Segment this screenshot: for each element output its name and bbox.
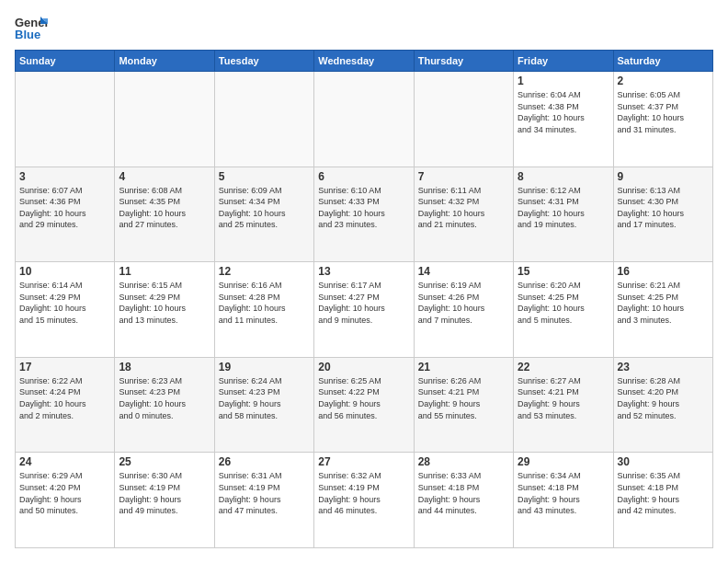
day-number: 2: [618, 75, 709, 87]
day-number: 9: [618, 170, 709, 183]
calendar-cell: [16, 72, 115, 167]
calendar-cell: 9Sunrise: 6:13 AM Sunset: 4:30 PM Daylig…: [613, 167, 712, 262]
day-number: 28: [418, 455, 509, 468]
col-monday: Monday: [115, 51, 214, 72]
day-info: Sunrise: 6:27 AM Sunset: 4:21 PM Dayligh…: [518, 375, 609, 421]
logo: General Blue: [15, 15, 51, 40]
calendar-cell: 3Sunrise: 6:07 AM Sunset: 4:36 PM Daylig…: [16, 167, 115, 262]
col-tuesday: Tuesday: [214, 51, 313, 72]
day-number: 19: [219, 361, 310, 373]
day-info: Sunrise: 6:12 AM Sunset: 4:31 PM Dayligh…: [518, 185, 609, 231]
calendar-week-row: 10Sunrise: 6:14 AM Sunset: 4:29 PM Dayli…: [16, 262, 713, 358]
day-info: Sunrise: 6:19 AM Sunset: 4:26 PM Dayligh…: [418, 280, 509, 326]
day-info: Sunrise: 6:20 AM Sunset: 4:25 PM Dayligh…: [518, 280, 609, 326]
day-info: Sunrise: 6:25 AM Sunset: 4:22 PM Dayligh…: [318, 375, 409, 421]
day-info: Sunrise: 6:09 AM Sunset: 4:34 PM Dayligh…: [219, 185, 310, 231]
day-info: Sunrise: 6:34 AM Sunset: 4:18 PM Dayligh…: [518, 470, 609, 516]
calendar-cell: 26Sunrise: 6:31 AM Sunset: 4:19 PM Dayli…: [214, 453, 313, 548]
day-info: Sunrise: 6:14 AM Sunset: 4:29 PM Dayligh…: [19, 280, 110, 326]
day-info: Sunrise: 6:29 AM Sunset: 4:20 PM Dayligh…: [19, 470, 110, 516]
col-thursday: Thursday: [414, 51, 513, 72]
calendar-cell: 10Sunrise: 6:14 AM Sunset: 4:29 PM Dayli…: [16, 262, 115, 358]
day-info: Sunrise: 6:08 AM Sunset: 4:35 PM Dayligh…: [119, 185, 210, 231]
calendar-cell: 13Sunrise: 6:17 AM Sunset: 4:27 PM Dayli…: [314, 262, 414, 358]
day-number: 6: [318, 170, 409, 183]
day-info: Sunrise: 6:22 AM Sunset: 4:24 PM Dayligh…: [19, 375, 110, 421]
day-number: 15: [518, 265, 609, 278]
calendar-cell: [214, 72, 313, 167]
day-info: Sunrise: 6:10 AM Sunset: 4:33 PM Dayligh…: [318, 185, 409, 231]
calendar-week-row: 1Sunrise: 6:04 AM Sunset: 4:38 PM Daylig…: [16, 72, 713, 167]
day-number: 26: [219, 455, 310, 468]
day-number: 21: [418, 361, 509, 373]
day-number: 20: [318, 361, 409, 373]
day-number: 11: [119, 265, 210, 278]
day-info: Sunrise: 6:21 AM Sunset: 4:25 PM Dayligh…: [618, 280, 709, 326]
calendar-cell: 22Sunrise: 6:27 AM Sunset: 4:21 PM Dayli…: [514, 357, 613, 453]
svg-text:Blue: Blue: [15, 28, 40, 40]
calendar-cell: 4Sunrise: 6:08 AM Sunset: 4:35 PM Daylig…: [115, 167, 214, 262]
day-info: Sunrise: 6:05 AM Sunset: 4:37 PM Dayligh…: [618, 89, 709, 135]
calendar-cell: 21Sunrise: 6:26 AM Sunset: 4:21 PM Dayli…: [414, 357, 513, 453]
calendar-cell: 19Sunrise: 6:24 AM Sunset: 4:23 PM Dayli…: [214, 357, 313, 453]
day-number: 30: [618, 455, 709, 468]
day-number: 25: [119, 455, 210, 468]
calendar-cell: 28Sunrise: 6:33 AM Sunset: 4:18 PM Dayli…: [414, 453, 513, 548]
day-info: Sunrise: 6:13 AM Sunset: 4:30 PM Dayligh…: [618, 185, 709, 231]
day-number: 24: [19, 455, 110, 468]
day-number: 5: [219, 170, 310, 183]
calendar-week-row: 17Sunrise: 6:22 AM Sunset: 4:24 PM Dayli…: [16, 357, 713, 453]
calendar-cell: 12Sunrise: 6:16 AM Sunset: 4:28 PM Dayli…: [214, 262, 313, 358]
day-number: 1: [518, 75, 609, 87]
calendar-cell: 8Sunrise: 6:12 AM Sunset: 4:31 PM Daylig…: [514, 167, 613, 262]
day-number: 23: [618, 361, 709, 373]
calendar-cell: 20Sunrise: 6:25 AM Sunset: 4:22 PM Dayli…: [314, 357, 414, 453]
day-number: 17: [19, 361, 110, 373]
day-number: 14: [418, 265, 509, 278]
calendar-cell: 15Sunrise: 6:20 AM Sunset: 4:25 PM Dayli…: [514, 262, 613, 358]
calendar-cell: 7Sunrise: 6:11 AM Sunset: 4:32 PM Daylig…: [414, 167, 513, 262]
day-info: Sunrise: 6:28 AM Sunset: 4:20 PM Dayligh…: [618, 375, 709, 421]
day-number: 10: [19, 265, 110, 278]
day-info: Sunrise: 6:16 AM Sunset: 4:28 PM Dayligh…: [219, 280, 310, 326]
day-number: 12: [219, 265, 310, 278]
day-info: Sunrise: 6:33 AM Sunset: 4:18 PM Dayligh…: [418, 470, 509, 516]
day-info: Sunrise: 6:15 AM Sunset: 4:29 PM Dayligh…: [119, 280, 210, 326]
day-number: 29: [518, 455, 609, 468]
day-info: Sunrise: 6:24 AM Sunset: 4:23 PM Dayligh…: [219, 375, 310, 421]
day-number: 16: [618, 265, 709, 278]
calendar-cell: 24Sunrise: 6:29 AM Sunset: 4:20 PM Dayli…: [16, 453, 115, 548]
calendar-cell: 27Sunrise: 6:32 AM Sunset: 4:19 PM Dayli…: [314, 453, 414, 548]
calendar-cell: 25Sunrise: 6:30 AM Sunset: 4:19 PM Dayli…: [115, 453, 214, 548]
day-number: 22: [518, 361, 609, 373]
calendar-cell: [314, 72, 414, 167]
day-number: 3: [19, 170, 110, 183]
day-number: 18: [119, 361, 210, 373]
day-number: 7: [418, 170, 509, 183]
calendar-cell: 14Sunrise: 6:19 AM Sunset: 4:26 PM Dayli…: [414, 262, 513, 358]
col-sunday: Sunday: [16, 51, 115, 72]
col-wednesday: Wednesday: [314, 51, 414, 72]
day-number: 27: [318, 455, 409, 468]
calendar-week-row: 24Sunrise: 6:29 AM Sunset: 4:20 PM Dayli…: [16, 453, 713, 548]
calendar-cell: 5Sunrise: 6:09 AM Sunset: 4:34 PM Daylig…: [214, 167, 313, 262]
calendar-cell: 23Sunrise: 6:28 AM Sunset: 4:20 PM Dayli…: [613, 357, 712, 453]
calendar-cell: [414, 72, 513, 167]
day-info: Sunrise: 6:07 AM Sunset: 4:36 PM Dayligh…: [19, 185, 110, 231]
day-info: Sunrise: 6:23 AM Sunset: 4:23 PM Dayligh…: [119, 375, 210, 421]
calendar-cell: 17Sunrise: 6:22 AM Sunset: 4:24 PM Dayli…: [16, 357, 115, 453]
day-info: Sunrise: 6:32 AM Sunset: 4:19 PM Dayligh…: [318, 470, 409, 516]
calendar-table: Sunday Monday Tuesday Wednesday Thursday…: [15, 50, 713, 548]
calendar-header-row: Sunday Monday Tuesday Wednesday Thursday…: [16, 51, 713, 72]
day-info: Sunrise: 6:31 AM Sunset: 4:19 PM Dayligh…: [219, 470, 310, 516]
calendar-cell: 18Sunrise: 6:23 AM Sunset: 4:23 PM Dayli…: [115, 357, 214, 453]
logo-icon: General Blue: [15, 15, 48, 40]
calendar-cell: 16Sunrise: 6:21 AM Sunset: 4:25 PM Dayli…: [613, 262, 712, 358]
day-number: 8: [518, 170, 609, 183]
calendar-cell: [115, 72, 214, 167]
calendar-cell: 29Sunrise: 6:34 AM Sunset: 4:18 PM Dayli…: [514, 453, 613, 548]
day-info: Sunrise: 6:17 AM Sunset: 4:27 PM Dayligh…: [318, 280, 409, 326]
day-number: 13: [318, 265, 409, 278]
day-info: Sunrise: 6:30 AM Sunset: 4:19 PM Dayligh…: [119, 470, 210, 516]
day-info: Sunrise: 6:26 AM Sunset: 4:21 PM Dayligh…: [418, 375, 509, 421]
